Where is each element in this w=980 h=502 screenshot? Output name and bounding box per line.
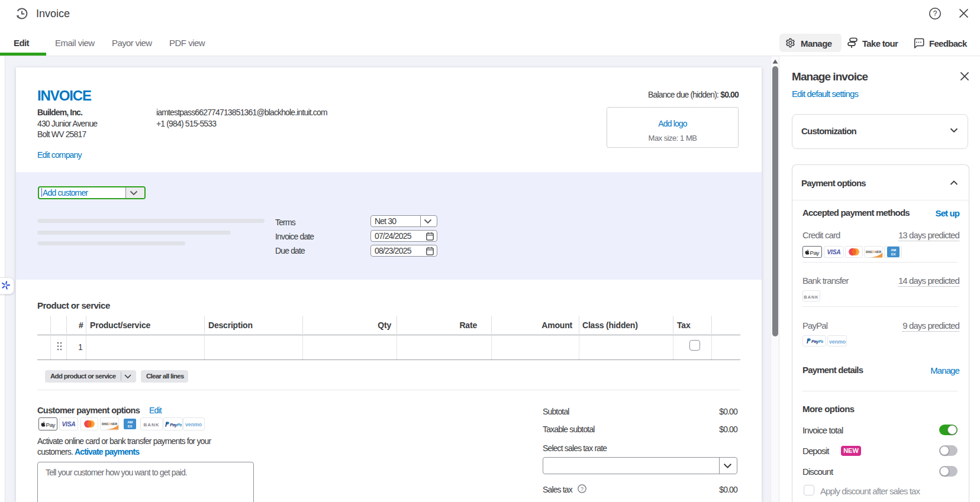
svg-text:BANK: BANK (804, 294, 818, 299)
svg-text:VISA: VISA (62, 421, 75, 427)
svg-text:AM: AM (127, 420, 133, 424)
svg-text:?: ? (933, 9, 937, 18)
svg-text:EX: EX (128, 425, 133, 428)
svg-text:Pay: Pay (46, 421, 55, 427)
svg-text:venmo: venmo (829, 338, 846, 344)
svg-text:VISA: VISA (827, 249, 840, 255)
svg-text:DISCOVER: DISCOVER (866, 250, 882, 254)
svg-text:venmo: venmo (186, 422, 203, 427)
svg-text:?: ? (581, 486, 584, 492)
svg-text:PayPal: PayPal (170, 422, 182, 427)
svg-text:BANK: BANK (143, 422, 159, 427)
svg-text:DISCOVER: DISCOVER (102, 422, 118, 426)
svg-text:PayPal: PayPal (811, 339, 823, 344)
svg-text:Pay: Pay (810, 249, 820, 255)
svg-text:EX: EX (891, 252, 895, 256)
svg-text:AM: AM (891, 248, 896, 252)
